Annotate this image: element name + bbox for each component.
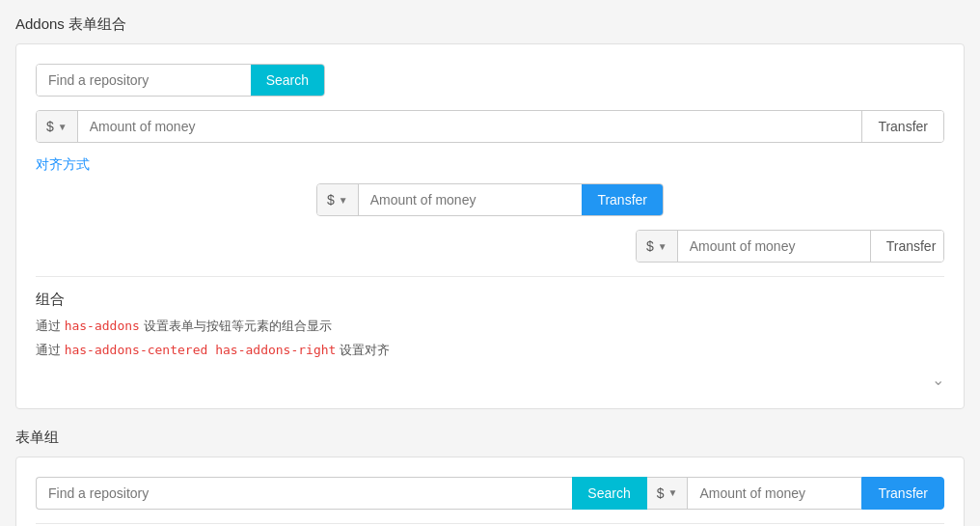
section1-title: Addons 表单组合	[15, 15, 965, 34]
repo-search-input-2[interactable]	[36, 477, 572, 510]
currency-prefix-3: $ ▼	[637, 231, 678, 262]
divider-1	[36, 276, 944, 277]
section2-title: 表单组	[15, 429, 965, 447]
money-row-right: $ ▼ Transfer	[36, 230, 944, 263]
desc1-prefix: 通过	[36, 318, 65, 333]
money-input-4[interactable]	[688, 477, 861, 510]
currency-symbol-3: $	[646, 238, 654, 254]
transfer-button-1[interactable]: Transfer	[861, 111, 943, 142]
divider-2	[36, 523, 944, 524]
desc2-suffix: 设置对齐	[336, 343, 390, 357]
currency-prefix-4: $ ▼	[647, 477, 689, 510]
money-input-1[interactable]	[78, 111, 862, 142]
right-inner: $ ▼ Transfer	[636, 230, 944, 263]
chevron-down-icon-2: ▼	[339, 195, 348, 206]
form-group-inline-row: Search $ ▼ Transfer	[36, 477, 944, 510]
money-row-centered: $ ▼ Transfer	[36, 183, 944, 216]
desc2-code1: has-addons-centered	[65, 343, 208, 357]
money-input-2[interactable]	[359, 184, 583, 215]
chevron-down-icon-3: ▼	[658, 241, 667, 252]
transfer-button-4[interactable]: Transfer	[861, 477, 944, 510]
currency-prefix-2: $ ▼	[317, 184, 359, 215]
search-button-2[interactable]: Search	[572, 477, 646, 510]
currency-prefix: $ ▼	[37, 111, 78, 142]
desc1-suffix: 设置表单与按钮等元素的组合显示	[140, 318, 332, 333]
desc1-code: has-addons	[65, 318, 140, 333]
search-button[interactable]: Search	[251, 65, 324, 96]
transfer-button-2[interactable]: Transfer	[582, 184, 663, 215]
currency-symbol-2: $	[327, 192, 335, 208]
card2: Search $ ▼ Transfer 表单组 如果你想把 control 容器…	[15, 457, 965, 526]
repo-search-input[interactable]	[37, 65, 251, 96]
align-label: 对齐方式	[36, 156, 944, 174]
transfer-button-3[interactable]: Transfer	[870, 231, 944, 262]
chevron-down-icon: ▼	[58, 122, 68, 132]
currency-symbol: $	[46, 119, 54, 134]
chevron-collapse-icon-1[interactable]: ⌄	[932, 371, 944, 389]
currency-symbol-4: $	[657, 485, 665, 501]
money-input-3[interactable]	[678, 231, 870, 262]
money-row-full: $ ▼ Transfer	[36, 110, 944, 143]
chevron-down-icon-4: ▼	[667, 487, 677, 498]
card1: Search $ ▼ Transfer 对齐方式 $ ▼ Transfer $ …	[15, 43, 965, 409]
search-row: Search	[36, 64, 325, 97]
desc-line-1: 通过 has-addons 设置表单与按钮等元素的组合显示	[36, 317, 944, 337]
desc2-code2: has-addons-right	[207, 343, 336, 357]
centered-inner: $ ▼ Transfer	[316, 183, 664, 216]
combo-title: 组合	[36, 291, 944, 309]
desc-line-2: 通过 has-addons-centered has-addons-right …	[36, 341, 944, 361]
collapse-footer-1: ⌄	[36, 371, 944, 389]
desc2-prefix: 通过	[36, 343, 65, 357]
